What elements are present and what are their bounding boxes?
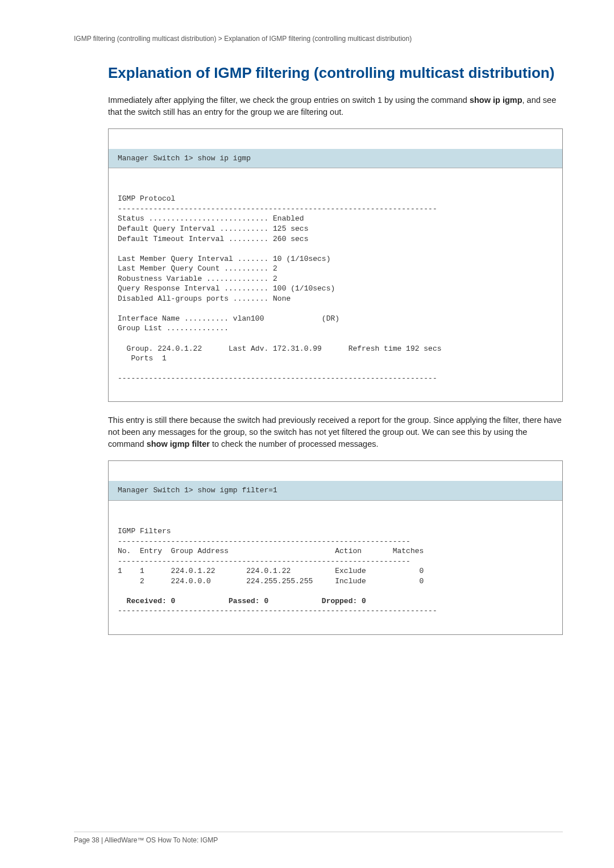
heading-igmp: IGMP	[214, 64, 251, 81]
command-show-igmp-filter: show igmp filter	[147, 439, 210, 448]
intro-paragraph-1: Immediately after applying the filter, w…	[108, 94, 563, 118]
heading-part2: filtering (controlling multicast distrib…	[251, 64, 554, 81]
code-header-2: Manager Switch 1> show igmp filter=1	[109, 481, 562, 501]
breadcrumb: IGMP filtering (controlling multicast di…	[74, 34, 563, 44]
para1-text-a: Immediately after applying the filter, w…	[108, 95, 470, 105]
code-body-1: IGMP Protocol --------------------------…	[109, 188, 562, 391]
command-show-ip-igmp: show ip igmp	[470, 95, 522, 105]
intro-paragraph-2: This entry is still there because the sw…	[108, 414, 563, 450]
heading-part1: Explanation of	[108, 64, 214, 81]
page-title: Explanation of IGMP filtering (controlli…	[108, 64, 563, 83]
code-block-show-ip-igmp: Manager Switch 1> show ip igmp IGMP Prot…	[108, 128, 563, 402]
code-body-2: IGMP Filters ---------------------------…	[109, 521, 562, 624]
code-header-1: Manager Switch 1> show ip igmp	[109, 149, 562, 169]
code-block-show-igmp-filter: Manager Switch 1> show igmp filter=1 IGM…	[108, 460, 563, 634]
para2-text-b: to check the number of processed message…	[210, 439, 379, 448]
